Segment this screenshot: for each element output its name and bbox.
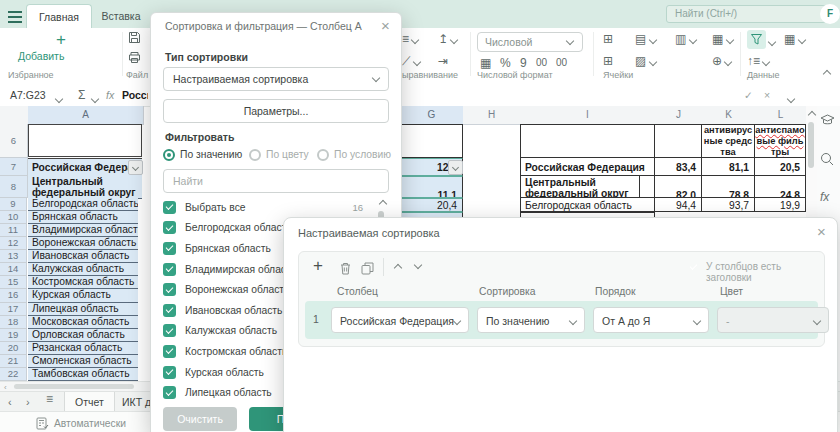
column-header-g[interactable]: G bbox=[400, 106, 464, 125]
cell-settings-icon[interactable]: ▦ bbox=[712, 32, 733, 46]
align-left-icon[interactable]: ≡ bbox=[402, 32, 418, 46]
row-header-18[interactable]: 18 bbox=[0, 316, 27, 329]
cell-a8[interactable]: Центральный федеральный округ bbox=[28, 176, 142, 199]
cell-a20[interactable]: Рязанская область bbox=[28, 342, 138, 355]
filter-item-checkbox[interactable] bbox=[163, 304, 176, 317]
sort-filter-close-icon[interactable]: × bbox=[381, 19, 390, 33]
cell-g6[interactable] bbox=[400, 124, 463, 158]
custom-sort-close-icon[interactable]: × bbox=[817, 225, 826, 239]
functions-sidebar-icon[interactable]: fx bbox=[820, 190, 829, 204]
row-header-15[interactable]: 15 bbox=[0, 276, 27, 289]
cell-a15[interactable]: Костромская область bbox=[28, 276, 138, 289]
collapse-ribbon-icon[interactable] bbox=[824, 66, 830, 80]
sort-by-select[interactable]: По значению bbox=[477, 307, 585, 333]
sort-color-select[interactable]: - bbox=[717, 307, 829, 333]
cell-j8[interactable]: 82,0 bbox=[654, 175, 702, 198]
next-sheet-icon[interactable]: › bbox=[26, 396, 30, 408]
tab-insert[interactable]: Вставка bbox=[94, 4, 148, 28]
search-sidebar-icon[interactable] bbox=[820, 152, 834, 170]
sum-icon[interactable]: Σ bbox=[78, 88, 85, 102]
calc-mode-label[interactable]: Автоматически bbox=[54, 418, 126, 429]
formula-input[interactable]: Российская Федерация bbox=[122, 89, 148, 101]
column-header-k[interactable]: K bbox=[702, 106, 756, 125]
education-icon[interactable] bbox=[820, 112, 835, 130]
confirm-entry-icon[interactable]: ✓ bbox=[744, 89, 753, 101]
row-header-17[interactable]: 17 bbox=[0, 303, 27, 316]
cell-a14[interactable]: Калужская область bbox=[28, 263, 138, 276]
insert-cells-icon[interactable]: ⊕ bbox=[712, 54, 731, 68]
delete-row-icon[interactable]: ▨ bbox=[635, 54, 656, 68]
increase-decimal-icon[interactable]: 00 bbox=[536, 56, 547, 70]
name-box-dropdown-icon[interactable] bbox=[56, 92, 62, 104]
cell-a7[interactable]: Российская Федерация bbox=[28, 158, 142, 177]
vertical-scrollbar[interactable] bbox=[806, 106, 817, 217]
cell-j6[interactable] bbox=[654, 124, 702, 158]
search-input[interactable]: Найти (Ctrl+/) bbox=[666, 5, 826, 23]
cell-a13[interactable]: Ивановская область bbox=[28, 250, 138, 263]
cell-j7[interactable]: 83,4 bbox=[654, 157, 702, 176]
cell-l7[interactable]: 20,5 bbox=[754, 157, 806, 176]
autofilter-button-a7[interactable] bbox=[128, 160, 143, 175]
cell-k9[interactable]: 93,7 bbox=[701, 197, 755, 212]
data-validation-icon[interactable]: ▦ bbox=[784, 32, 805, 46]
delete-sort-level-icon[interactable] bbox=[339, 261, 352, 279]
cell-i8[interactable]: Центральный федеральный округ bbox=[520, 175, 640, 198]
cell-l6[interactable]: антиспамовые фильтры bbox=[754, 124, 806, 158]
expand-formula-bar-icon[interactable] bbox=[788, 92, 794, 104]
cell-a11[interactable]: Владимирская область bbox=[28, 224, 138, 237]
radio-by-color[interactable] bbox=[249, 149, 261, 161]
insert-row-icon[interactable]: ▤ bbox=[635, 32, 656, 46]
filter-item-checkbox[interactable] bbox=[163, 201, 176, 214]
insert-column-icon[interactable]: ▥ bbox=[675, 32, 696, 46]
move-level-up-icon[interactable] bbox=[394, 264, 402, 272]
tab-home[interactable]: Главная bbox=[26, 4, 92, 29]
row-header-16[interactable]: 16 bbox=[0, 289, 27, 302]
sort-type-select[interactable]: Настраиваемая сортировка bbox=[163, 67, 389, 91]
freeze-panes-icon[interactable]: ⊞ bbox=[603, 54, 613, 68]
row-header-14[interactable]: 14 bbox=[0, 263, 27, 276]
column-header-a[interactable]: A bbox=[28, 106, 144, 125]
name-box[interactable]: A7:G23 bbox=[10, 89, 46, 101]
cancel-entry-icon[interactable]: × bbox=[764, 89, 770, 101]
cell-g8[interactable]: 11,1 bbox=[400, 176, 463, 198]
cell-a9[interactable]: Белгородская область bbox=[28, 198, 138, 211]
duplicate-sort-level-icon[interactable] bbox=[361, 261, 374, 279]
cell-a19[interactable]: Орловская область bbox=[28, 329, 138, 342]
cell-k8[interactable]: 78,8 bbox=[701, 175, 755, 198]
row-header-10[interactable]: 10 bbox=[0, 211, 27, 224]
cell-i6[interactable] bbox=[520, 124, 655, 158]
cell-i9[interactable]: Белгородская область bbox=[520, 197, 655, 212]
filter-search-input[interactable]: Найти bbox=[163, 169, 389, 193]
add-icon[interactable]: + bbox=[56, 30, 66, 50]
sort-order-select[interactable]: От А до Я bbox=[593, 307, 709, 333]
cell-a12[interactable]: Воронежская область bbox=[28, 237, 138, 250]
number-format-select[interactable]: Числовой bbox=[477, 32, 583, 52]
column-header-j[interactable]: J bbox=[655, 106, 703, 125]
filter-icon[interactable] bbox=[747, 30, 766, 49]
percent-format-icon[interactable]: % bbox=[500, 56, 511, 70]
move-level-down-icon[interactable] bbox=[414, 261, 422, 269]
filter-item-checkbox[interactable] bbox=[163, 283, 176, 296]
sum-dropdown-icon[interactable] bbox=[92, 92, 98, 104]
filter-item-checkbox[interactable] bbox=[163, 345, 176, 358]
calc-mode-icon[interactable] bbox=[36, 416, 49, 432]
filter-item-checkbox[interactable] bbox=[163, 242, 176, 255]
cell-a18[interactable]: Московская область bbox=[28, 316, 138, 329]
main-menu-icon[interactable] bbox=[8, 8, 22, 26]
row-header-7[interactable]: 7 bbox=[0, 158, 28, 176]
function-icon[interactable]: fx bbox=[106, 89, 114, 101]
radio-by-value[interactable] bbox=[163, 149, 175, 161]
align-top-icon[interactable]: ↥ bbox=[438, 32, 457, 46]
row-header-9[interactable]: 9 bbox=[0, 198, 27, 211]
cell-i7[interactable]: Российская Федерация bbox=[520, 157, 655, 176]
print-icon[interactable] bbox=[128, 50, 141, 68]
add-button[interactable]: Добавить bbox=[18, 50, 64, 62]
filter-item-checkbox[interactable] bbox=[163, 366, 176, 379]
autofilter-button-g7[interactable] bbox=[448, 160, 463, 175]
cell-l8[interactable]: 24,8 bbox=[754, 175, 806, 198]
sort-params-button[interactable]: Параметры... bbox=[163, 99, 389, 123]
column-header-i[interactable]: I bbox=[520, 106, 656, 125]
cell-j9[interactable]: 94,4 bbox=[654, 197, 702, 212]
row-header-11[interactable]: 11 bbox=[0, 224, 27, 237]
cell-a10[interactable]: Брянская область bbox=[28, 211, 138, 224]
